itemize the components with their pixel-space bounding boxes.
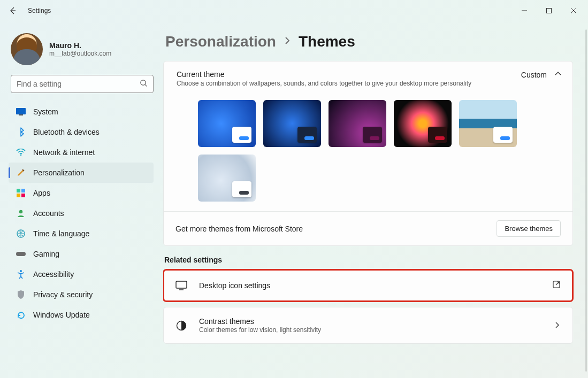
related-settings-heading: Related settings — [164, 256, 573, 264]
current-theme-value: Custom — [521, 71, 547, 79]
row-title: Contrast themes — [199, 317, 321, 326]
sidebar-nav: System Bluetooth & devices Network & int… — [9, 102, 160, 325]
update-icon — [16, 310, 26, 320]
row-subtitle: Color themes for low vision, light sensi… — [199, 326, 321, 334]
sidebar-item-label: Bluetooth & devices — [33, 128, 100, 136]
sidebar-item-system[interactable]: System — [9, 102, 154, 122]
search-box[interactable] — [11, 75, 154, 93]
sidebar-item-label: Gaming — [33, 250, 59, 258]
sidebar-item-apps[interactable]: Apps — [9, 183, 154, 203]
profile-email: m__lab@outlook.com — [49, 50, 111, 57]
browse-themes-button[interactable]: Browse themes — [497, 220, 561, 237]
theme-option[interactable] — [459, 100, 517, 147]
sidebar-item-accounts[interactable]: Accounts — [9, 203, 154, 223]
sidebar-item-label: Network & internet — [33, 148, 95, 157]
breadcrumb: Personalization Themes — [163, 33, 573, 50]
sidebar-item-gaming[interactable]: Gaming — [9, 244, 154, 264]
store-link-text: Get more themes from Microsoft Store — [175, 225, 303, 233]
wifi-icon — [16, 148, 26, 157]
monitor-icon — [175, 280, 187, 291]
system-icon — [16, 107, 26, 117]
back-button[interactable] — [2, 0, 24, 21]
svg-rect-5 — [17, 189, 20, 192]
app-title: Settings — [28, 7, 51, 14]
current-theme-heading: Current theme — [177, 70, 471, 79]
close-icon — [570, 7, 577, 14]
sidebar-item-label: System — [33, 107, 58, 116]
window-maximize-button[interactable] — [537, 0, 561, 21]
gamepad-icon — [16, 249, 26, 259]
profile-name: Mauro H. — [49, 41, 111, 50]
svg-rect-2 — [16, 108, 26, 114]
back-arrow-icon — [9, 6, 17, 15]
bluetooth-icon — [16, 127, 26, 137]
svg-point-12 — [20, 270, 22, 272]
external-link-icon — [552, 280, 561, 291]
sidebar-item-label: Accounts — [33, 209, 64, 218]
svg-point-4 — [20, 155, 22, 156]
sidebar-item-accessibility[interactable]: Accessibility — [9, 264, 154, 284]
breadcrumb-current: Themes — [299, 33, 355, 50]
window-minimize-button[interactable] — [512, 0, 537, 21]
theme-option[interactable] — [263, 100, 321, 147]
svg-rect-6 — [21, 189, 25, 192]
desktop-icon-settings-row[interactable]: Desktop icon settings — [163, 269, 573, 302]
theme-option[interactable] — [198, 155, 256, 202]
svg-point-1 — [141, 80, 146, 84]
svg-rect-8 — [21, 194, 25, 197]
svg-rect-11 — [16, 252, 26, 256]
avatar — [11, 33, 43, 65]
sidebar-item-bluetooth[interactable]: Bluetooth & devices — [9, 122, 154, 142]
sidebar-item-label: Privacy & security — [33, 290, 93, 299]
breadcrumb-parent[interactable]: Personalization — [165, 33, 276, 50]
theme-option[interactable] — [394, 100, 452, 147]
contrast-icon — [175, 320, 187, 331]
sidebar-item-windows-update[interactable]: Windows Update — [9, 305, 154, 325]
sidebar-item-time-language[interactable]: Time & language — [9, 223, 154, 244]
svg-rect-3 — [19, 114, 23, 115]
window-close-button[interactable] — [561, 0, 586, 21]
svg-rect-7 — [17, 194, 20, 197]
profile-block[interactable]: Mauro H. m__lab@outlook.com — [9, 28, 160, 75]
globe-clock-icon — [16, 229, 26, 238]
accessibility-icon — [16, 269, 26, 279]
minimize-icon — [521, 7, 528, 14]
contrast-themes-row[interactable]: Contrast themes Color themes for low vis… — [163, 307, 573, 344]
svg-rect-0 — [547, 9, 552, 13]
sidebar-item-label: Personalization — [33, 168, 85, 177]
shield-icon — [16, 290, 26, 299]
theme-grid — [164, 92, 572, 211]
sidebar-item-network[interactable]: Network & internet — [9, 142, 154, 163]
chevron-right-icon — [554, 321, 561, 330]
chevron-right-icon — [284, 37, 291, 47]
theme-option[interactable] — [198, 100, 256, 147]
sidebar-item-label: Time & language — [33, 229, 89, 238]
chevron-up-icon[interactable] — [554, 70, 562, 79]
scrollbar[interactable] — [585, 29, 587, 372]
paintbrush-icon — [16, 168, 26, 178]
svg-point-9 — [19, 210, 22, 213]
search-input[interactable] — [17, 80, 140, 88]
sidebar-item-privacy[interactable]: Privacy & security — [9, 284, 154, 305]
theme-option[interactable] — [329, 100, 386, 147]
person-icon — [16, 209, 26, 218]
maximize-icon — [546, 7, 552, 14]
current-theme-description: Choose a combination of wallpapers, soun… — [177, 80, 471, 87]
svg-rect-13 — [176, 281, 187, 288]
sidebar-item-label: Accessibility — [33, 270, 74, 279]
current-theme-card: Current theme Choose a combination of wa… — [163, 61, 573, 246]
sidebar-item-label: Windows Update — [33, 311, 90, 319]
sidebar-item-label: Apps — [33, 189, 50, 197]
search-icon — [140, 79, 148, 89]
sidebar-item-personalization[interactable]: Personalization — [9, 163, 154, 183]
row-title: Desktop icon settings — [199, 281, 270, 290]
apps-icon — [16, 188, 26, 198]
